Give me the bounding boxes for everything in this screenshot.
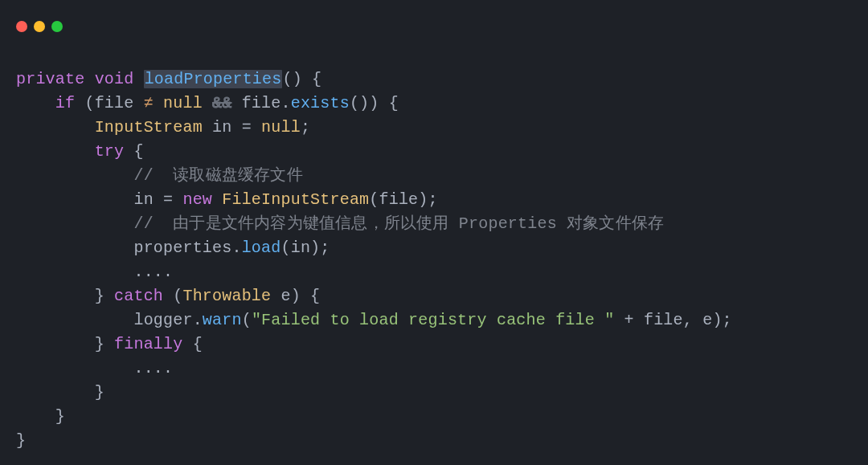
- keyword-finally: finally: [114, 335, 182, 353]
- brace: {: [310, 287, 320, 305]
- brace: {: [389, 94, 399, 112]
- var-file: file: [379, 190, 419, 209]
- paren: ): [369, 94, 379, 112]
- brace: }: [95, 335, 104, 353]
- var-e: e: [280, 287, 290, 305]
- brace: }: [55, 407, 65, 426]
- var-in: in: [133, 190, 153, 209]
- zoom-icon[interactable]: [51, 21, 63, 32]
- comment-line: // 由于是文件内容为键值信息，所以使用 Properties 对象文件保存: [133, 214, 664, 233]
- brace: {: [133, 142, 143, 161]
- op-neq: ≠: [144, 94, 154, 112]
- op-eq: =: [163, 190, 173, 209]
- keyword-try: try: [95, 142, 125, 161]
- keyword-if: if: [55, 94, 75, 112]
- var-file: file: [242, 94, 281, 112]
- keyword-void: void: [95, 70, 134, 88]
- paren: (: [350, 94, 359, 112]
- method-exists: exists: [291, 94, 350, 112]
- var-properties: properties: [133, 239, 231, 257]
- brace: }: [95, 287, 104, 305]
- const-null: null: [163, 94, 203, 112]
- semi: ;: [320, 239, 330, 257]
- var-e: e: [702, 311, 712, 329]
- paren: (: [84, 94, 94, 112]
- keyword-catch: catch: [114, 287, 163, 305]
- paren: (: [280, 239, 290, 257]
- var-in: in: [212, 118, 231, 137]
- ellipsis: ....: [133, 263, 173, 281]
- paren: ): [418, 190, 428, 209]
- type-throwable: Throwable: [182, 287, 271, 305]
- window-titlebar: [0, 0, 868, 39]
- dot: .: [280, 94, 290, 112]
- type-fileinputstream: FileInputStream: [222, 190, 369, 209]
- paren: (: [242, 311, 252, 329]
- var-file: file: [644, 311, 683, 329]
- paren: ): [359, 94, 369, 112]
- var-file: file: [95, 94, 134, 112]
- paren: ): [712, 311, 722, 329]
- comment-line: // 读取磁盘缓存文件: [133, 166, 302, 185]
- semi: ;: [301, 118, 310, 137]
- const-null: null: [261, 118, 301, 137]
- brace: {: [312, 70, 321, 88]
- keyword-private: private: [16, 70, 84, 88]
- paren: (: [282, 70, 292, 88]
- method-load: load: [242, 239, 281, 257]
- brace: }: [16, 431, 26, 450]
- keyword-new: new: [182, 190, 212, 209]
- paren: ): [310, 239, 320, 257]
- op-eq: =: [242, 118, 252, 137]
- semi: ;: [723, 311, 732, 329]
- brace: {: [193, 335, 203, 353]
- paren: ): [291, 287, 301, 305]
- dot: .: [193, 311, 203, 329]
- type-inputstream: InputStream: [95, 118, 203, 137]
- op-and: &&: [212, 94, 231, 112]
- minimize-icon[interactable]: [34, 21, 45, 32]
- brace: }: [95, 383, 104, 402]
- comma: ,: [683, 311, 693, 329]
- string-literal: "Failed to load registry cache file ": [252, 311, 614, 329]
- close-icon[interactable]: [16, 21, 27, 32]
- var-logger: logger: [133, 311, 192, 329]
- op-plus: +: [624, 311, 634, 329]
- editor-window: private void loadProperties() { if (file…: [0, 0, 868, 465]
- var-in: in: [291, 239, 310, 257]
- method-warn: warn: [203, 311, 242, 329]
- function-name-selected: loadProperties: [144, 70, 283, 88]
- paren: ): [293, 70, 302, 88]
- paren: (: [369, 190, 379, 209]
- dot: .: [231, 239, 241, 257]
- semi: ;: [428, 190, 438, 209]
- code-block[interactable]: private void loadProperties() { if (file…: [0, 39, 868, 453]
- ellipsis: ....: [133, 359, 173, 377]
- paren: (: [173, 287, 182, 305]
